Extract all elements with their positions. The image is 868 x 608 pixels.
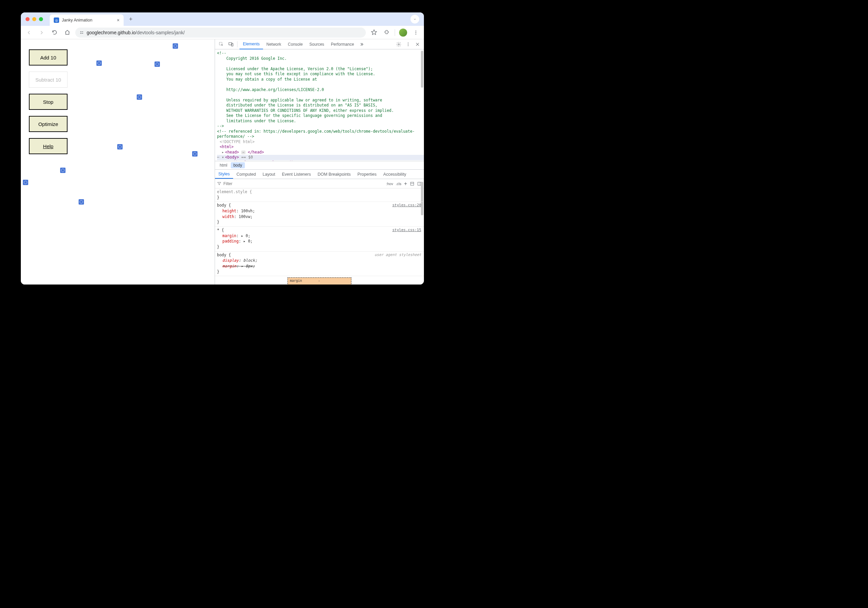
window-controls (26, 17, 43, 21)
mover-icon (96, 60, 102, 66)
scrollbar-thumb[interactable] (421, 51, 423, 88)
source-link[interactable]: styles.css:20 (392, 203, 421, 208)
elements-tree[interactable]: <!-- Copyright 2016 Google Inc. Licensed… (215, 50, 424, 161)
css-rules: element.style {} styles.css:20 body { he… (215, 188, 424, 284)
tabs-overflow-button[interactable] (411, 15, 419, 23)
url-field[interactable]: googlechrome.github.io/devtools-samples/… (75, 28, 366, 38)
mover-icon (23, 180, 28, 185)
filter-icon (217, 181, 222, 186)
css-declaration[interactable]: padding: ▸ 0; (217, 239, 422, 244)
styles-tab-layout[interactable]: Layout (259, 170, 279, 179)
close-devtools-button[interactable] (413, 40, 422, 49)
devtools-tab-sources[interactable]: Sources (306, 39, 327, 50)
profile-button[interactable] (398, 28, 408, 37)
bookmark-button[interactable] (369, 28, 378, 37)
browser-window: ◎ Janky Animation × + googlechrome.githu… (21, 12, 424, 284)
ellipsis-icon[interactable]: ⋯ (241, 150, 245, 154)
cls-toggle[interactable]: .cls (396, 182, 401, 186)
html-node[interactable]: <html> (217, 144, 234, 149)
styles-pane: StylesComputedLayoutEvent ListenersDOM B… (215, 170, 424, 284)
css-declaration[interactable]: margin: ▸ 0; (217, 233, 422, 239)
styles-filter-row: :hov .cls + (215, 179, 424, 188)
css-declaration[interactable]: width: 100vw; (217, 214, 422, 220)
address-bar: googlechrome.github.io/devtools-samples/… (21, 26, 424, 39)
new-style-rule-button[interactable]: + (404, 181, 407, 187)
controls-node[interactable]: <div class="controls">…</div> (231, 160, 298, 161)
new-tab-button[interactable]: + (126, 16, 135, 23)
styles-tab-dom-breakpoints[interactable]: DOM Breakpoints (314, 170, 354, 179)
hov-toggle[interactable]: :hov (386, 182, 393, 186)
url-text: googlechrome.github.io/devtools-samples/… (87, 30, 185, 35)
content-area: Add 10 Subtract 10 Stop Optimize Help El… (21, 39, 424, 284)
source-link[interactable]: styles.css:15 (392, 227, 421, 233)
box-model[interactable]: margin - (215, 276, 424, 284)
svg-point-3 (415, 32, 416, 33)
styles-tab-event-listeners[interactable]: Event Listeners (279, 170, 314, 179)
svg-point-10 (408, 43, 408, 44)
source-link: user agent stylesheet (375, 252, 421, 257)
crumb-body[interactable]: body (231, 162, 245, 168)
devtools-tab-elements[interactable]: Elements (240, 39, 263, 50)
mover-icon (79, 199, 84, 205)
mover-icon (60, 168, 65, 173)
settings-button[interactable] (394, 40, 403, 49)
styles-tab-styles[interactable]: Styles (215, 170, 233, 179)
head-node[interactable]: <head> (225, 150, 239, 155)
inspect-element-button[interactable] (217, 40, 226, 49)
site-info-icon[interactable] (79, 30, 84, 35)
close-window-button[interactable] (26, 17, 29, 21)
computed-styles-icon[interactable] (410, 181, 414, 186)
styles-tab-properties[interactable]: Properties (354, 170, 380, 179)
maximize-window-button[interactable] (39, 17, 43, 21)
css-rule[interactable]: styles.css:15 * { margin: ▸ 0;padding: ▸… (215, 227, 424, 251)
menu-button[interactable] (411, 28, 420, 37)
stop-button[interactable]: Stop (29, 94, 68, 110)
devtools-tab-console[interactable]: Console (285, 39, 306, 50)
minimize-window-button[interactable] (32, 17, 36, 21)
body-node[interactable]: <body> (225, 155, 239, 160)
css-rule[interactable]: styles.css:20 body { height: 100vh;width… (215, 202, 424, 227)
css-declaration[interactable]: margin: ▸ 8px; (217, 264, 422, 269)
back-button[interactable] (24, 28, 34, 37)
svg-point-1 (80, 33, 81, 34)
devtools-panel: ElementsNetworkConsoleSourcesPerformance (215, 39, 424, 284)
home-button[interactable] (62, 28, 72, 37)
css-rule[interactable]: user agent stylesheet body { display: bl… (215, 251, 424, 276)
css-declaration[interactable]: display: block; (217, 257, 422, 264)
svg-rect-12 (411, 182, 414, 185)
svg-point-2 (415, 31, 416, 31)
gutter-dots-icon[interactable]: ⋯ (217, 155, 219, 160)
close-tab-button[interactable]: × (117, 17, 119, 23)
css-rule[interactable]: element.style {} (215, 188, 424, 202)
tab-bar: ◎ Janky Animation × + (21, 12, 424, 26)
styles-tab-accessibility[interactable]: Accessibility (380, 170, 409, 179)
collapse-arrow-icon[interactable]: ▾ (222, 155, 225, 160)
more-tabs-button[interactable] (358, 40, 367, 49)
divider (395, 29, 395, 36)
extensions-button[interactable] (382, 28, 391, 37)
forward-button[interactable] (37, 28, 46, 37)
expand-arrow-icon[interactable]: ▸ (227, 160, 231, 161)
html-comment: <!-- Copyright 2016 Google Inc. Licensed… (217, 51, 394, 128)
mover-icon (173, 43, 178, 49)
reload-button[interactable] (50, 28, 59, 37)
selected-marker: == $0 (239, 155, 253, 160)
help-button[interactable]: Help (29, 138, 68, 154)
devtools-tab-performance[interactable]: Performance (327, 39, 357, 50)
devtools-tab-network[interactable]: Network (263, 39, 285, 50)
device-toggle-button[interactable] (226, 40, 235, 49)
svg-point-4 (415, 34, 416, 34)
styles-tab-computed[interactable]: Computed (233, 170, 259, 179)
subtract-button[interactable]: Subtract 10 (29, 71, 68, 88)
crumb-html[interactable]: html (217, 162, 230, 168)
mover-icon (192, 151, 197, 157)
doctype-node[interactable]: <!DOCTYPE html> (217, 140, 255, 144)
css-declaration[interactable]: height: 100vh; (217, 208, 422, 214)
expand-arrow-icon[interactable]: ▸ (222, 150, 225, 155)
styles-filter-input[interactable] (223, 181, 384, 186)
browser-tab[interactable]: ◎ Janky Animation × (50, 14, 124, 26)
devtools-menu-button[interactable] (404, 40, 412, 49)
add-button[interactable]: Add 10 (29, 50, 68, 65)
styles-tabs: StylesComputedLayoutEvent ListenersDOM B… (215, 170, 424, 179)
optimize-button[interactable]: Optimize (29, 116, 68, 132)
